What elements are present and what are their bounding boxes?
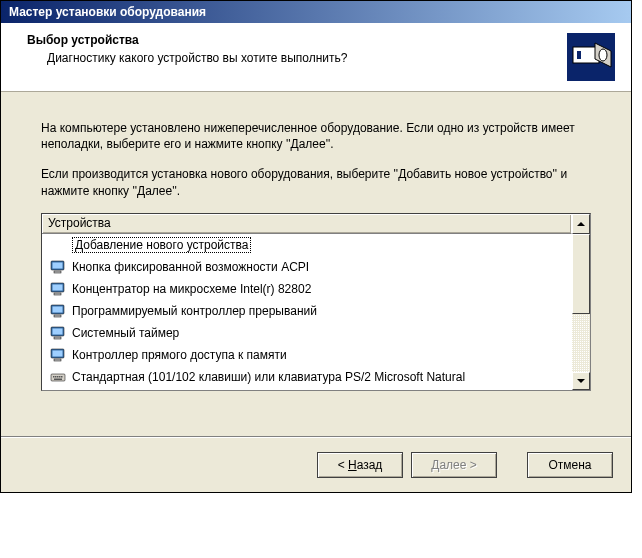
cancel-button[interactable]: Отмена (527, 452, 613, 478)
device-listbox[interactable]: Устройства Добавление нового устройстваК… (41, 213, 591, 391)
monitor-icon (50, 325, 66, 341)
list-item-label: Системный таймер (72, 326, 179, 340)
wizard-window: Мастер установки оборудования Выбор устр… (0, 0, 632, 493)
list-item[interactable]: Стандартная (101/102 клавиши) или клавиа… (42, 366, 572, 388)
wizard-header: Выбор устройства Диагностику какого устр… (1, 23, 631, 92)
list-item[interactable]: Добавление нового устройства (42, 234, 572, 256)
instruction-2: Если производится установка нового обору… (41, 166, 591, 198)
listbox-column-header[interactable]: Устройства (42, 214, 572, 234)
keyboard-icon (50, 369, 66, 385)
header-title: Выбор устройства (27, 33, 557, 47)
header-subtitle: Диагностику какого устройство вы хотите … (47, 51, 557, 65)
list-item-label: Добавление нового устройства (72, 237, 251, 253)
scroll-thumb[interactable] (572, 234, 590, 314)
titlebar[interactable]: Мастер установки оборудования (1, 1, 631, 23)
monitor-icon (50, 347, 66, 363)
svg-rect-2 (577, 51, 581, 59)
monitor-icon (50, 303, 66, 319)
svg-rect-18 (54, 359, 61, 361)
svg-rect-15 (54, 337, 61, 339)
list-item[interactable]: Кнопка фиксированной возможности ACPI (42, 256, 572, 278)
list-item-label: Стандартная (101/102 клавиши) или клавиа… (72, 370, 465, 384)
blank-icon (50, 237, 66, 253)
monitor-icon (50, 259, 66, 275)
svg-rect-20 (53, 376, 55, 378)
svg-rect-11 (53, 306, 63, 312)
back-button[interactable]: < Назад (317, 452, 403, 478)
listbox-items: Добавление нового устройстваКнопка фикси… (42, 234, 572, 390)
monitor-icon (50, 281, 66, 297)
svg-rect-25 (54, 378, 62, 380)
arrow-up-icon (577, 222, 585, 226)
svg-rect-14 (53, 328, 63, 334)
svg-rect-21 (55, 376, 57, 378)
list-item-label: Кнопка фиксированной возможности ACPI (72, 260, 309, 274)
hardware-wizard-icon (567, 33, 615, 81)
svg-rect-6 (54, 271, 61, 273)
svg-rect-24 (61, 376, 63, 378)
svg-rect-8 (53, 284, 63, 290)
next-button[interactable]: Далее > (411, 452, 497, 478)
svg-point-3 (599, 49, 607, 61)
wizard-content: На компьютере установлено нижеперечислен… (1, 92, 631, 436)
instruction-1: На компьютере установлено нижеперечислен… (41, 120, 591, 152)
scroll-up-button[interactable] (572, 214, 590, 234)
svg-rect-5 (53, 262, 63, 268)
svg-rect-22 (57, 376, 59, 378)
svg-rect-9 (54, 293, 61, 295)
header-text: Выбор устройства Диагностику какого устр… (27, 33, 557, 65)
list-item-label: Контроллер прямого доступа к памяти (72, 348, 287, 362)
svg-rect-17 (53, 350, 63, 356)
button-row: < Назад Далее > Отмена (1, 438, 631, 492)
list-item[interactable]: Системный таймер (42, 322, 572, 344)
scroll-down-button[interactable] (572, 372, 590, 390)
window-title: Мастер установки оборудования (9, 5, 206, 19)
svg-rect-23 (59, 376, 61, 378)
list-item[interactable]: Концентратор на микросхеме Intel(r) 8280… (42, 278, 572, 300)
list-item[interactable]: Контроллер прямого доступа к памяти (42, 344, 572, 366)
arrow-down-icon (577, 379, 585, 383)
list-item-label: Программируемый контроллер прерываний (72, 304, 317, 318)
svg-rect-12 (54, 315, 61, 317)
list-item[interactable]: Программируемый контроллер прерываний (42, 300, 572, 322)
scroll-track[interactable] (572, 314, 590, 372)
list-item-label: Концентратор на микросхеме Intel(r) 8280… (72, 282, 311, 296)
scrollbar[interactable] (572, 234, 590, 390)
